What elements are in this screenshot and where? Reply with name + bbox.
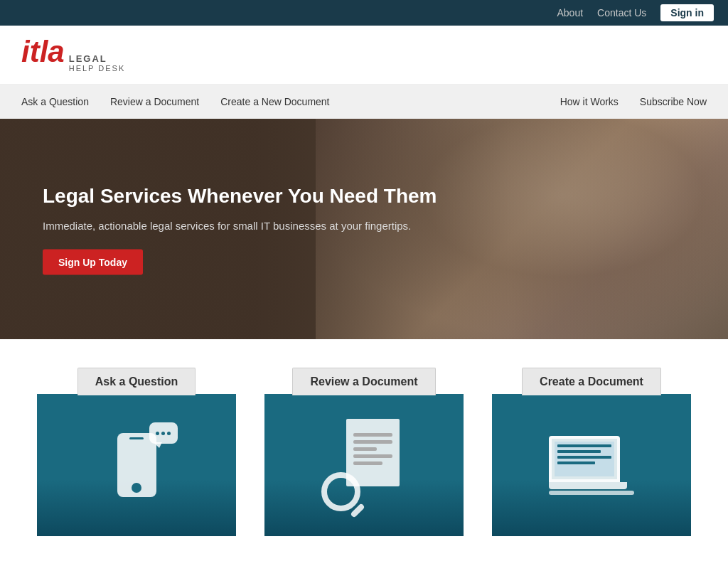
doc-line-2	[353, 440, 392, 444]
signin-button[interactable]: Sign in	[660, 4, 714, 21]
hero-subtitle: Immediate, actionable legal services for…	[43, 218, 437, 234]
cards-section: Ask a Question Review a Document	[0, 339, 728, 571]
laptop-foot	[549, 491, 634, 495]
hero-section: Legal Services Whenever You Need Them Im…	[0, 119, 728, 339]
logo[interactable]: itla LEGAL HELP DESK	[21, 37, 125, 73]
ask-question-card[interactable]: Ask a Question	[37, 368, 236, 536]
laptop-base	[549, 482, 627, 489]
nav-how-it-works[interactable]: How it Works	[560, 96, 619, 107]
signup-button[interactable]: Sign Up Today	[43, 250, 143, 275]
nav-subscribe-now[interactable]: Subscribe Now	[640, 96, 707, 107]
mag-circle	[321, 472, 360, 511]
nav-create-document[interactable]: Create a New Document	[220, 96, 329, 107]
logo-legal: LEGAL	[69, 54, 126, 64]
laptop-line-2	[557, 450, 601, 453]
main-nav: Ask a Question Review a Document Create …	[0, 85, 728, 119]
phone-chat-icon	[117, 433, 156, 497]
nav-left: Ask a Question Review a Document Create …	[21, 96, 330, 107]
doc-line-3	[353, 447, 377, 451]
phone-body	[117, 433, 156, 497]
laptop-line-4	[557, 461, 595, 464]
laptop-line-3	[557, 456, 611, 459]
dot3	[167, 432, 171, 435]
laptop-icon	[549, 436, 634, 495]
create-document-icon-box	[492, 394, 691, 536]
review-document-card[interactable]: Review a Document	[264, 368, 464, 536]
ask-question-label: Ask a Question	[77, 368, 196, 395]
laptop-doc	[555, 442, 614, 476]
chat-bubble	[149, 422, 178, 444]
doc-line-5	[353, 461, 382, 465]
doc-line-1	[353, 433, 392, 437]
document-magnifier-icon	[321, 419, 407, 511]
logo-bar: itla LEGAL HELP DESK	[0, 26, 728, 85]
magnifier	[321, 472, 360, 511]
logo-helpdesk: HELP DESK	[69, 64, 126, 73]
logo-brand: itla	[21, 37, 65, 67]
contact-link[interactable]: Contact Us	[597, 7, 646, 18]
nav-ask-question[interactable]: Ask a Question	[21, 96, 89, 107]
create-document-card[interactable]: Create a Document	[492, 368, 691, 536]
ask-question-icon-box	[37, 394, 236, 536]
laptop-line-1	[557, 444, 611, 447]
doc-lines	[353, 433, 392, 469]
review-document-label: Review a Document	[292, 368, 435, 395]
hero-title: Legal Services Whenever You Need Them	[43, 183, 437, 209]
about-link[interactable]: About	[557, 7, 583, 18]
doc-line-4	[353, 454, 392, 458]
dot2	[161, 432, 165, 435]
nav-right: How it Works Subscribe Now	[560, 96, 707, 107]
mag-handle	[350, 503, 365, 518]
nav-review-document[interactable]: Review a Document	[110, 96, 199, 107]
top-bar: About Contact Us Sign in	[0, 0, 728, 26]
review-document-icon-box	[264, 394, 464, 536]
hero-content: Legal Services Whenever You Need Them Im…	[43, 183, 437, 275]
laptop-screen	[549, 436, 620, 482]
dot1	[156, 432, 159, 435]
create-document-label: Create a Document	[522, 368, 661, 395]
logo-text: LEGAL HELP DESK	[69, 54, 126, 73]
